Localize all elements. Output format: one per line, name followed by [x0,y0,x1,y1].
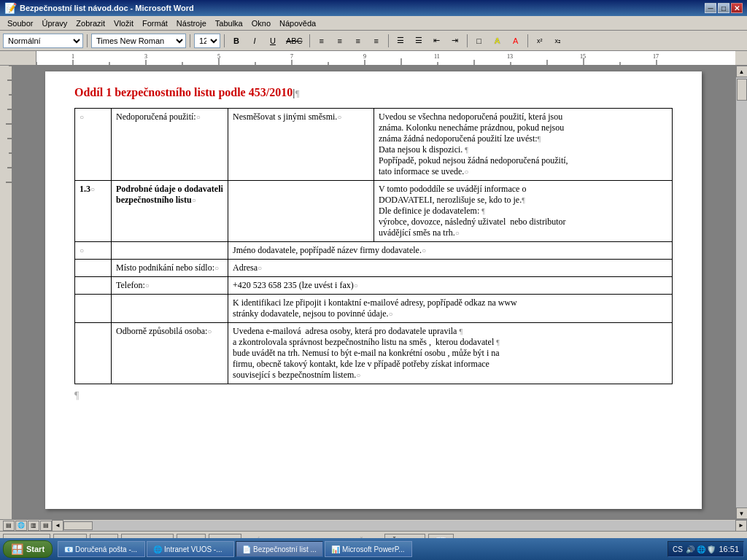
toolbar-sep-3 [224,34,225,47]
table-row-jmeno: ○ Jméno dodavatele, popřípadě název firm… [75,242,673,260]
menu-napoveda[interactable]: Nápověda [275,18,320,29]
right-scrollbar: ▲ ▼ [735,66,747,519]
toolbar: Normální Times New Roman 12 B I U ABC ≡ … [0,31,747,51]
abc-button[interactable]: ABC [283,33,306,49]
table-cell-id-1: ○ [75,109,112,181]
view-print-button[interactable]: ▥ [28,521,39,531]
para-mark-end: ¶ [74,390,673,402]
view-outline-button[interactable]: ▤ [40,521,52,531]
table-cell-value-1: Nesměšovat s jinými směsmi.○ [228,109,374,181]
menu-format[interactable]: Formát [138,18,172,29]
ruler-container: 1 3 5 7 9 11 13 15 17 [0,51,747,66]
main-wrapper: Oddíl 1 bezpečnostního listu podle 453/2… [0,66,747,519]
table-cell-label-email [112,295,228,323]
close-button[interactable]: ✕ [731,3,743,13]
svg-text:9: 9 [363,53,366,60]
bullets-button[interactable]: ☰ [392,33,409,49]
ruler-scrollbar [735,51,747,66]
horizontal-ruler: 1 3 5 7 9 11 13 15 17 [36,51,735,66]
italic-button[interactable]: I [247,33,263,49]
svg-text:3: 3 [144,53,147,60]
toolbar-sep-6 [467,34,468,47]
page-area: Oddíl 1 bezpečnostního listu podle 453/2… [12,66,735,519]
menu-bar: Soubor Úpravy Zobrazit Vložit Formát Nás… [0,16,747,31]
table-cell-value-odborne: Uvedena e-mailová adresa osoby, která pr… [228,323,673,384]
svg-text:15: 15 [580,53,586,60]
minimize-button[interactable]: ─ [705,3,716,13]
scroll-down-button[interactable]: ▼ [736,508,748,519]
toolbar-sep-4 [309,34,310,47]
toolbar-sep-5 [388,34,389,47]
taskbar-buttons: 📧 Doručená pošta -... 🌐 Intranet VUOS -.… [58,541,412,557]
table-row-odborne: Odborně způsobilá osoba:○ Uvedena e-mail… [75,323,673,384]
align-center-button[interactable]: ≡ [332,33,348,49]
taskbar-btn-word[interactable]: 📄 Bezpečnostní list ... [236,541,323,557]
hscroll-thumb[interactable] [63,521,93,530]
font-name-selector[interactable]: Times New Roman [91,34,186,48]
table-cell-id-jmeno: ○ [75,242,112,260]
superscript-button[interactable]: x² [532,33,548,49]
view-buttons: ▤ 🌐 ▥ ▤ [3,521,52,531]
toolbar-sep-1 [87,34,88,47]
fontcolor-button[interactable]: A [508,33,524,49]
table-cell-label-odborne: Odborně způsobilá osoba:○ [112,323,228,384]
font-size-selector[interactable]: 12 [194,34,220,48]
para-mark-title: ¶ [295,88,299,98]
start-button[interactable]: 🪟 Start [3,540,53,558]
svg-text:17: 17 [653,53,659,60]
table-cell-label-misto: Místo podnikání nebo sídlo:○ [112,260,228,277]
ppt-icon: 📊 [331,545,340,553]
vertical-ruler [0,66,12,519]
table-cell-value-jmeno: Jméno dodavatele, popřípadě název firmy … [228,242,673,260]
indent-decrease-button[interactable]: ⇤ [429,33,445,49]
scroll-up-button[interactable]: ▲ [736,66,748,77]
scroll-track [736,77,748,508]
menu-soubor[interactable]: Soubor [3,18,37,29]
menu-tabulka[interactable]: Tabulka [211,18,247,29]
indent-increase-button[interactable]: ⇥ [447,33,463,49]
table-cell-label-jmeno [112,242,228,260]
taskbar-btn-intranet[interactable]: 🌐 Intranet VUOS -... [147,541,234,557]
table-cell-value-misto: Adresa○ [228,260,673,277]
table-row-telefon: Telefon:○ +420 523 658 235 (lze uvést i … [75,277,673,295]
view-web-button[interactable]: 🌐 [15,521,27,531]
menu-upravy[interactable]: Úpravy [37,18,71,29]
title-bar: 📝 Bezpečnostní list návod.doc - Microsof… [0,0,747,16]
border-button[interactable]: □ [471,33,487,49]
table-cell-id-email [75,295,112,323]
menu-zobrazit[interactable]: Zobrazit [71,18,109,29]
table-cell-desc-13: V tomto pododdíle se uvádějí informace o… [374,181,673,242]
taskbar-btn-powerpoint[interactable]: 📊 Microsoft PowerP... [325,541,412,557]
start-icon: 🪟 [11,543,23,555]
svg-text:11: 11 [434,53,440,60]
table-cell-id-odborne [75,323,112,384]
hscroll-track [63,521,735,531]
table-cell-label-1: Nedoporučená použití:○ [112,109,228,181]
underline-button[interactable]: U [265,33,281,49]
menu-nastroje[interactable]: Nástroje [172,18,211,29]
table-cell-label-telefon: Telefon:○ [112,277,228,295]
table-cell-id-misto [75,260,112,277]
maximize-button[interactable]: □ [718,3,729,13]
svg-rect-0 [36,51,735,66]
bold-button[interactable]: B [228,33,244,49]
view-normal-button[interactable]: ▤ [3,521,15,531]
align-justify-button[interactable]: ≡ [368,33,384,49]
highlight-button[interactable]: A [489,33,506,49]
align-right-button[interactable]: ≡ [350,33,366,49]
numbering-button[interactable]: ☰ [411,33,427,49]
hscroll-right-button[interactable]: ► [735,520,747,532]
table-row: ○ Nedoporučená použití:○ Nesměšovat s ji… [75,109,673,181]
table-cell-id-telefon [75,277,112,295]
subscript-button[interactable]: x₂ [550,33,566,49]
hscroll-left-button[interactable]: ◄ [52,520,63,532]
app-icon: 📝 [4,2,17,14]
style-selector[interactable]: Normální [3,34,83,48]
taskbar-btn-mail[interactable]: 📧 Doručená pošta -... [58,541,145,557]
align-left-button[interactable]: ≡ [314,33,330,49]
menu-vlozit[interactable]: Vložit [109,18,138,29]
ruler-corner [0,51,36,66]
menu-okno[interactable]: Okno [247,18,275,29]
table-cell-value-13 [228,181,374,242]
scroll-thumb[interactable] [737,79,747,101]
